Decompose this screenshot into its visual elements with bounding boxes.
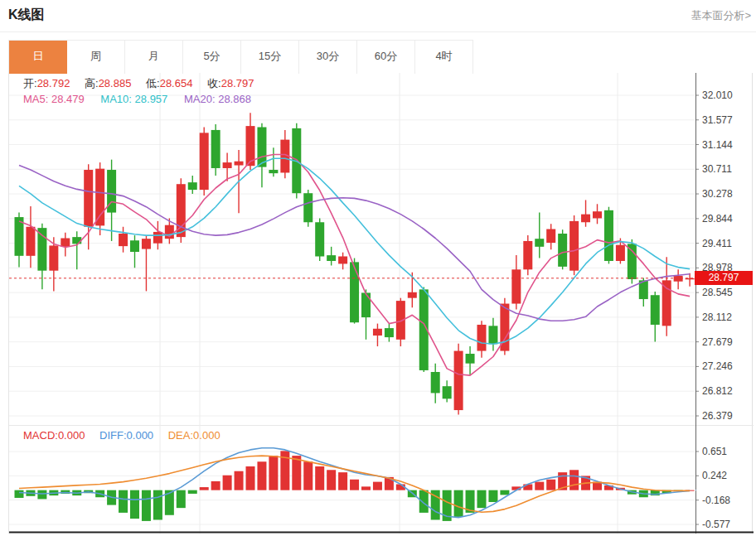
candle-body (26, 227, 35, 256)
macd-histogram-bar (223, 476, 232, 490)
axis-tick-label: 27.679 (702, 336, 733, 348)
macd-histogram-bar (303, 461, 313, 490)
macd-histogram-bar (350, 480, 359, 490)
axis-tick-label: 29.411 (702, 238, 732, 249)
candle-body (535, 239, 544, 247)
kline-page: K线图 基本面分析> 日 周 月 5分 15分 30分 60分 4时 32.01… (0, 0, 756, 536)
axis-tick-label: 30.278 (702, 188, 733, 200)
tab-week[interactable]: 周 (67, 41, 125, 74)
macd-histogram-bar (373, 482, 382, 490)
candle-body (211, 130, 220, 168)
axis-tick-label: -0.577 (702, 519, 730, 530)
macd-histogram-bar (361, 486, 371, 490)
candle-body (130, 240, 139, 252)
candle-body (628, 244, 637, 279)
current-price-badge: 28.797 (695, 271, 753, 285)
axis-tick-label: 32.010 (702, 89, 733, 101)
axis-tick-label: 28.545 (702, 287, 733, 298)
ohlc-legend: 开:28.792 高:28.885 低:28.654 收:28.797 (23, 76, 265, 91)
candle-body (315, 222, 324, 256)
period-tabbar: 日 周 月 5分 15分 30分 60分 4时 (8, 40, 473, 73)
tab-30min[interactable]: 30分 (299, 41, 357, 74)
tab-15min[interactable]: 15分 (241, 41, 299, 74)
candle-body (72, 237, 81, 244)
candle-body (49, 245, 58, 270)
axis-tick-label: 31.144 (702, 139, 733, 151)
candle-body (408, 292, 417, 298)
dea-value-legend: DEA:0.000 (168, 429, 220, 442)
candle-body (361, 292, 371, 317)
macd-histogram-bar (327, 470, 336, 490)
candle-body (327, 255, 336, 261)
macd-histogram-bar (500, 490, 509, 495)
chart-area[interactable]: 32.01031.57731.14430.71130.27829.84429.4… (8, 73, 753, 534)
candle-body (651, 295, 660, 325)
candle-body (466, 354, 475, 364)
candle-body (616, 245, 625, 261)
macd-value-legend: MACD:0.000 (23, 429, 85, 442)
macd-histogram-bar (188, 490, 197, 494)
macd-histogram-bar (454, 490, 463, 517)
macd-histogram-bar (200, 487, 209, 490)
candle-body (223, 162, 232, 168)
tab-5min[interactable]: 5分 (183, 41, 241, 74)
macd-histogram-bar (546, 480, 555, 490)
macd-histogram-bar (292, 456, 301, 490)
candle-body (373, 329, 382, 336)
macd-histogram-bar (523, 484, 532, 490)
tab-month[interactable]: 月 (125, 41, 183, 74)
macd-histogram-bar (177, 490, 186, 508)
axis-tick-label: -0.168 (702, 495, 730, 506)
macd-legend: MACD:0.000 DIFF:0.000 DEA:0.000 (23, 429, 220, 442)
open-label: 开: (23, 77, 37, 89)
candle-body (95, 169, 104, 226)
candle-body (385, 328, 394, 337)
close-label: 收: (207, 77, 221, 89)
fundamental-analysis-link[interactable]: 基本面分析> (691, 8, 751, 23)
ma-legend: MA5: 28.479 MA10: 28.957 MA20: 28.868 (23, 93, 251, 105)
candle-body (84, 170, 93, 227)
high-label: 高: (85, 77, 99, 89)
macd-histogram-bar (130, 490, 139, 519)
macd-histogram-bar (419, 490, 429, 513)
low-label: 低: (146, 77, 160, 89)
axis-tick-label: 30.711 (702, 163, 732, 175)
axis-tick-label: 0.242 (702, 470, 727, 481)
high-value: 28.885 (99, 77, 132, 89)
axis-tick-label: 26.812 (702, 385, 733, 397)
macd-histogram-bar (142, 490, 151, 521)
candle-body (153, 232, 162, 244)
macd-histogram-bar (15, 490, 24, 498)
tab-day[interactable]: 日 (9, 41, 67, 74)
candle-body (431, 372, 440, 393)
candle-body (511, 269, 521, 303)
tab-60min[interactable]: 60分 (357, 41, 415, 74)
candle-body (350, 262, 359, 322)
ma5-legend: MA5: 28.479 (23, 93, 85, 105)
candle-body (269, 170, 278, 173)
macd-histogram-bar (257, 461, 266, 490)
page-title: K线图 (8, 7, 45, 24)
macd-histogram-bar (338, 472, 347, 490)
candlestick-chart[interactable]: 32.01031.57731.14430.71130.27829.84429.4… (9, 73, 754, 425)
candle-body (119, 234, 128, 246)
candle-body (523, 241, 532, 269)
macd-histogram-bar (477, 490, 487, 508)
candle-body (303, 193, 313, 222)
candle-body (443, 386, 452, 398)
candle-body (235, 162, 244, 166)
open-value: 28.792 (37, 77, 70, 89)
candle-body (188, 182, 197, 190)
candle-body (338, 256, 347, 263)
candle-body (569, 221, 579, 271)
macd-histogram-bar (211, 481, 220, 490)
tab-4hour[interactable]: 4时 (415, 41, 473, 74)
candle-body (581, 215, 590, 223)
macd-histogram-bar (235, 471, 244, 490)
axis-tick-label: 0.651 (702, 446, 727, 457)
axis-tick-label: 27.246 (702, 360, 733, 372)
ma10-legend: MA10: 28.957 (100, 93, 167, 105)
close-value: 28.797 (221, 77, 254, 89)
low-value: 28.654 (160, 77, 193, 89)
axis-tick-label: 26.379 (702, 410, 733, 422)
